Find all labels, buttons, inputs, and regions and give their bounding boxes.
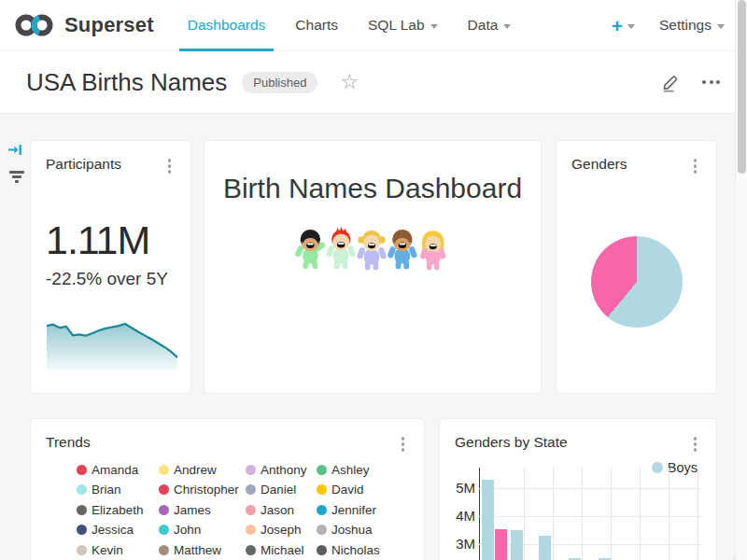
nav-item-charts[interactable]: Charts	[287, 0, 346, 51]
trend-delta: -22.5% over 5Y	[46, 269, 176, 289]
legend-item-john[interactable]: John	[159, 523, 246, 537]
legend-label: Brian	[92, 483, 121, 497]
legend-dot	[317, 525, 327, 535]
settings-menu[interactable]: Settings	[659, 17, 725, 34]
legend-label: Ashley	[331, 463, 370, 477]
legend-label: Elizabeth	[92, 503, 144, 517]
new-item-button[interactable]: +	[612, 16, 635, 35]
legend-item-ashley[interactable]: Ashley	[317, 463, 410, 477]
legend-item-jessica[interactable]: Jessica	[77, 523, 159, 537]
expand-filter-bar-icon[interactable]	[7, 142, 23, 161]
legend-item-james[interactable]: James	[159, 503, 246, 517]
y-axis-tick: 3M	[442, 536, 475, 553]
legend-dot	[77, 484, 87, 495]
legend-dot	[317, 505, 327, 515]
more-options-icon[interactable]	[698, 77, 724, 88]
kebab-menu-icon[interactable]	[397, 434, 410, 455]
kebab-menu-icon[interactable]	[163, 156, 176, 176]
legend-item-daniel[interactable]: Daniel	[246, 483, 317, 497]
bar-boys-3[interactable]	[539, 536, 551, 560]
gridline	[553, 468, 554, 560]
legend-item-joshua[interactable]: Joshua	[317, 523, 410, 537]
navbar-right: + Settings	[612, 16, 747, 35]
favorite-star-icon[interactable]: ☆	[340, 72, 359, 92]
legend-item-david[interactable]: David	[317, 483, 410, 497]
children-illustration	[294, 227, 451, 279]
legend-item-elizabeth[interactable]: Elizabeth	[77, 503, 159, 517]
vertical-scrollbar[interactable]	[735, 0, 747, 560]
legend-item-matthew[interactable]: Matthew	[159, 543, 246, 557]
legend-dot	[77, 525, 87, 535]
legend-item-andrew[interactable]: Andrew	[159, 463, 246, 477]
legend-item-kevin[interactable]: Kevin	[77, 543, 159, 557]
y-axis-tick: 4M	[442, 508, 475, 525]
legend-item-christopher[interactable]: Christopher	[159, 483, 246, 497]
nav-item-label: Data	[468, 17, 499, 34]
legend-label: Christopher	[174, 483, 239, 497]
legend-label: Amanda	[92, 463, 138, 477]
legend-item-joseph[interactable]: Joseph	[246, 523, 317, 537]
gridline	[611, 468, 612, 560]
gridline	[479, 516, 701, 517]
scrollbar-thumb[interactable]	[738, 0, 746, 174]
legend-label: James	[174, 503, 211, 517]
legend-label: Daniel	[261, 483, 296, 497]
genders-pie-chart[interactable]	[591, 236, 683, 328]
gridline	[479, 488, 701, 489]
card-birth-names-dashboard: Birth Names Dashboard	[204, 140, 542, 394]
legend-dot	[246, 525, 256, 535]
legend-label: John	[174, 523, 201, 537]
legend-label: Matthew	[174, 543, 221, 557]
gridline	[669, 468, 669, 560]
legend-item-amanda[interactable]: Amanda	[77, 463, 159, 477]
legend-item-brian[interactable]: Brian	[77, 483, 159, 497]
kebab-menu-icon[interactable]	[689, 156, 702, 176]
legend-item-jason[interactable]: Jason	[246, 503, 317, 517]
legend-item-anthony[interactable]: Anthony	[246, 463, 317, 477]
legend-label: Jessica	[92, 523, 134, 537]
caret-down-icon	[627, 24, 635, 29]
legend-dot	[159, 465, 169, 475]
legend-dot	[159, 545, 169, 555]
caret-down-icon	[430, 24, 438, 29]
nav-item-label: Charts	[295, 17, 338, 34]
legend-dot	[246, 465, 256, 475]
card-genders: Genders	[556, 140, 717, 394]
card-title: Trends	[46, 434, 91, 451]
bar-boys-2[interactable]	[511, 530, 523, 560]
bar-boys-0[interactable]	[482, 480, 494, 560]
legend-dot	[77, 545, 87, 555]
published-badge[interactable]: Published	[242, 72, 317, 93]
gridline	[698, 468, 698, 560]
participants-sparkline[interactable]	[47, 321, 177, 371]
legend-dot	[317, 545, 327, 555]
caret-down-icon	[503, 24, 511, 29]
legend-item-jennifer[interactable]: Jennifer	[317, 503, 410, 517]
legend-label: Andrew	[174, 463, 217, 477]
legend-label: Joseph	[261, 523, 302, 537]
page-title: USA Births Names	[26, 68, 227, 97]
bar-girls-1[interactable]	[495, 529, 507, 560]
legend-item-michael[interactable]: Michael	[246, 543, 317, 557]
card-title: Genders	[571, 156, 627, 173]
card-participants: Participants 1.11M -22.5% over 5Y	[30, 140, 191, 394]
legend-label: David	[331, 483, 364, 497]
card-genders-by-state: Genders by State Boys 5M4M3M	[439, 418, 717, 560]
superset-logo[interactable]: Superset	[0, 10, 154, 40]
nav-item-data[interactable]: Data	[459, 0, 520, 51]
nav-item-sql-lab[interactable]: SQL Lab	[359, 0, 446, 51]
kebab-menu-icon[interactable]	[689, 434, 702, 455]
trends-legend: AmandaAndrewAnthonyAshleyBrianChristophe…	[77, 463, 409, 560]
nav-item-dashboards[interactable]: Dashboards	[179, 0, 275, 51]
card-title: Genders by State	[455, 434, 568, 451]
legend-dot	[159, 525, 169, 535]
edit-pencil-icon[interactable]	[661, 73, 680, 92]
dashboard-header: USA Births Names Published ☆	[0, 51, 747, 114]
card-trends: Trends AmandaAndrewAnthonyAshleyBrianChr…	[30, 418, 425, 560]
welcome-heading: Birth Names Dashboard	[219, 173, 526, 204]
legend-item-nicholas[interactable]: Nicholas	[317, 543, 410, 557]
filter-icon[interactable]	[7, 169, 26, 185]
genders-by-state-chart[interactable]: 5M4M3M	[468, 468, 701, 560]
sparkline-area	[47, 324, 177, 371]
plus-icon: +	[612, 16, 623, 35]
